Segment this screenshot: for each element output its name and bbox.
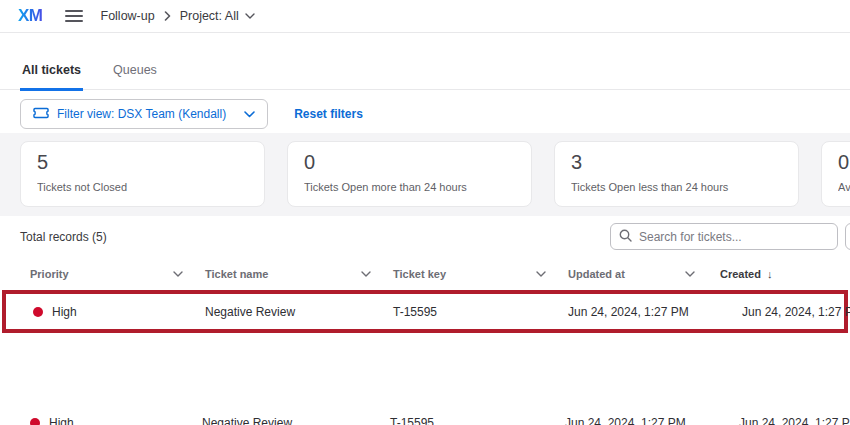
sort-arrow-down-icon: ↓ (767, 268, 773, 280)
stat-label: Tickets Open more than 24 hours (304, 181, 515, 193)
column-header-label: Ticket name (205, 268, 268, 280)
filter-toolbar: Filter view: DSX Team (Kendall) Reset fi… (20, 99, 363, 129)
ticket-key-cell: T-15595 (390, 416, 565, 425)
stat-card-tickets-not-closed: 5 Tickets not Closed (20, 141, 265, 207)
column-header-updated-at[interactable]: Updated at (568, 268, 717, 280)
column-header-ticket-key[interactable]: Ticket key (393, 268, 568, 280)
search-icon (619, 228, 632, 246)
table-header-row: Priority Ticket name Ticket key Updated … (0, 258, 850, 290)
ticket-name-cell: Negative Review (205, 305, 393, 319)
stat-value: 0 (304, 151, 515, 174)
column-header-label: Updated at (568, 268, 625, 280)
column-header-created[interactable]: Created ↓ (717, 268, 850, 280)
top-bar: XM Follow-up Project: All (0, 0, 850, 33)
breadcrumb-section[interactable]: Follow-up (101, 9, 155, 23)
reset-filters-link[interactable]: Reset filters (294, 107, 363, 121)
breadcrumb: Follow-up Project: All (101, 9, 255, 23)
chevron-down-icon (245, 13, 255, 19)
total-records-label: Total records (5) (20, 230, 107, 244)
tab-bar: All tickets Queues (0, 48, 850, 90)
project-selector[interactable]: Project: All (180, 9, 255, 23)
stat-label: Tickets Open less than 24 hours (571, 181, 782, 193)
priority-cell: High (27, 416, 202, 425)
stat-label: Avera (838, 181, 850, 193)
column-header-label: Priority (30, 268, 69, 280)
column-header-label: Created (720, 268, 761, 280)
table-row[interactable]: High Negative Review T-15595 Jun 24, 202… (6, 294, 844, 329)
updated-at-cell: Jun 24, 2024, 1:27 PM (565, 416, 714, 425)
chevron-down-icon[interactable] (685, 271, 695, 277)
hamburger-menu-icon[interactable] (65, 10, 83, 22)
project-selector-label: Project: All (180, 9, 239, 23)
stats-strip: 5 Tickets not Closed 0 Tickets Open more… (0, 133, 850, 216)
stat-card-open-more-24h: 0 Tickets Open more than 24 hours (287, 141, 532, 207)
stat-card-average-clipped: 0 s Avera (821, 141, 850, 207)
priority-high-dot-icon (30, 418, 40, 425)
clipped-button[interactable] (845, 223, 850, 250)
stat-value: 3 (571, 151, 782, 174)
tab-all-tickets[interactable]: All tickets (20, 63, 83, 91)
filter-view-label: Filter view: DSX Team (Kendall) (57, 107, 226, 121)
column-header-label: Ticket key (393, 268, 446, 280)
ticket-key-cell: T-15595 (393, 305, 568, 319)
app-window: XM Follow-up Project: All All tickets Qu… (0, 0, 850, 425)
created-cell: Jun 24, 2024, 1:27 PM (714, 416, 850, 425)
chevron-down-icon[interactable] (536, 271, 546, 277)
filter-view-button[interactable]: Filter view: DSX Team (Kendall) (20, 99, 268, 129)
priority-high-dot-icon (33, 307, 43, 317)
chevron-down-icon (244, 111, 255, 118)
updated-at-cell: Jun 24, 2024, 1:27 PM (568, 305, 717, 319)
search-box (610, 223, 838, 250)
breadcrumb-chevron-right-icon (164, 11, 171, 21)
column-header-ticket-name[interactable]: Ticket name (205, 268, 393, 280)
highlight-annotation-box: High Negative Review T-15595 Jun 24, 202… (2, 290, 848, 333)
ticket-icon (33, 107, 49, 122)
table-row[interactable]: High Negative Review T-15595 Jun 24, 202… (0, 402, 850, 425)
search-input[interactable] (639, 230, 829, 244)
column-header-priority[interactable]: Priority (30, 268, 205, 280)
tab-queues[interactable]: Queues (111, 63, 159, 91)
xm-logo[interactable]: XM (18, 6, 43, 26)
ticket-name-cell: Negative Review (202, 416, 390, 425)
priority-cell: High (30, 305, 205, 319)
priority-label: High (49, 416, 74, 425)
stat-value: 0 s (838, 151, 850, 174)
stat-card-open-less-24h: 3 Tickets Open less than 24 hours (554, 141, 799, 207)
priority-label: High (52, 305, 77, 319)
stat-value: 5 (37, 151, 248, 174)
chevron-down-icon[interactable] (361, 271, 371, 277)
chevron-down-icon[interactable] (173, 271, 183, 277)
created-cell: Jun 24, 2024, 1:27 PM (717, 305, 850, 319)
stat-cards: 5 Tickets not Closed 0 Tickets Open more… (0, 133, 850, 207)
stat-label: Tickets not Closed (37, 181, 248, 193)
